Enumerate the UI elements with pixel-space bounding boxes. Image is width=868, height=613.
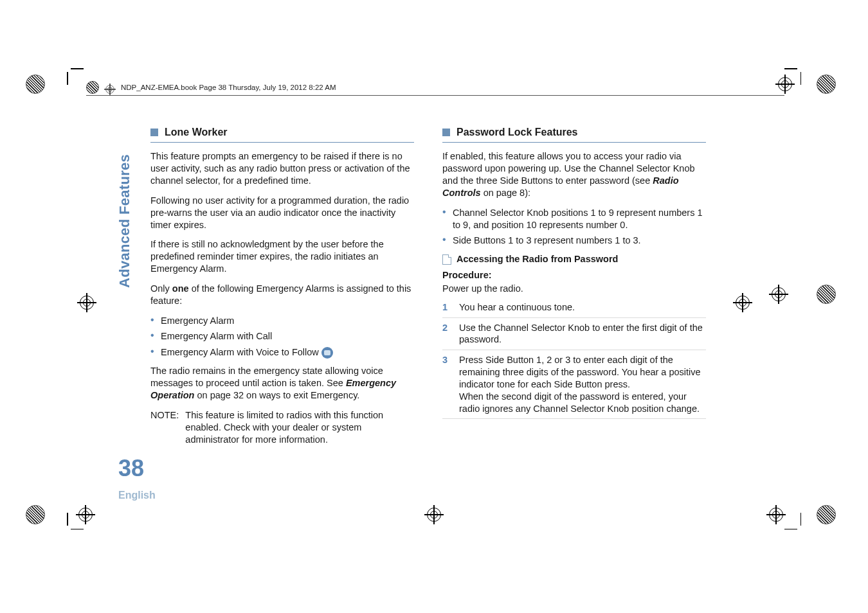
hatch-circle-icon xyxy=(26,75,45,94)
step-item: 1You hear a continuous tone. xyxy=(442,298,706,317)
step-item: 3Press Side Button 1, 2 or 3 to enter ea… xyxy=(442,350,706,418)
crosshair-icon xyxy=(769,285,788,304)
paragraph: The radio remains in the emergency state… xyxy=(150,365,414,402)
list-item: Emergency Alarm with Call xyxy=(150,330,414,342)
text: on page 8): xyxy=(481,188,530,198)
page-header: NDP_ANZ-EMEA.book Page 38 Thursday, July… xyxy=(86,81,784,96)
step-text: You hear a continuous tone. xyxy=(459,301,575,314)
crosshair-icon xyxy=(766,505,786,524)
list-item: Emergency Alarm xyxy=(150,315,414,327)
list-text: Channel Selector Knob positions 1 to 9 r… xyxy=(453,208,703,230)
crop-mark xyxy=(784,513,801,529)
content-columns: Lone Worker This feature prompts an emer… xyxy=(150,126,706,446)
crop-mark xyxy=(784,68,801,85)
registration-mark-br xyxy=(766,505,836,524)
hatch-circle-icon xyxy=(817,75,836,94)
radio-icon xyxy=(321,347,333,359)
list-item: Channel Selector Knob positions 1 to 9 r… xyxy=(442,207,706,231)
column-right: Password Lock Features If enabled, this … xyxy=(442,126,706,446)
subsection-title: Accessing the Radio from Password xyxy=(457,253,618,265)
crosshair-icon xyxy=(77,293,96,312)
crosshair-icon xyxy=(104,84,112,91)
page-number: 38 xyxy=(118,457,156,480)
section-bullet-icon xyxy=(150,129,158,136)
text: on page 32 on ways to exit Emergency. xyxy=(194,390,359,400)
steps-divider xyxy=(442,418,706,419)
subsection-heading: Accessing the Radio from Password xyxy=(442,253,706,265)
step-item: 2Use the Channel Selector Knob to enter … xyxy=(442,317,706,350)
registration-mark-bl xyxy=(26,505,95,524)
text: Only xyxy=(150,283,172,294)
step-number: 2 xyxy=(442,322,451,346)
step-text: Press Side Button 1, 2 or 3 to enter eac… xyxy=(459,354,706,414)
section-rule xyxy=(150,142,414,143)
paragraph: Following no user activity for a program… xyxy=(150,195,414,231)
bullet-list: Emergency Alarm Emergency Alarm with Cal… xyxy=(150,315,414,359)
list-text: Emergency Alarm with Call xyxy=(161,331,272,341)
section-rule xyxy=(442,142,706,143)
crosshair-icon xyxy=(424,505,444,524)
step-number: 1 xyxy=(442,301,451,314)
page-footer: 38 English xyxy=(118,457,156,502)
column-left: Lone Worker This feature prompts an emer… xyxy=(150,126,414,446)
step-text: Use the Channel Selector Knob to enter t… xyxy=(459,322,706,346)
paragraph: If enabled, this feature allows you to a… xyxy=(442,150,706,199)
crosshair-icon xyxy=(733,293,752,312)
section-heading-lone-worker: Lone Worker xyxy=(150,126,414,139)
hatch-circle-icon xyxy=(817,285,836,304)
document-icon xyxy=(442,254,451,265)
registration-mark-tl xyxy=(26,75,66,94)
paragraph: Only one of the following Emergency Alar… xyxy=(150,283,414,307)
registration-mark-mr2 xyxy=(769,285,836,304)
section-title: Lone Worker xyxy=(165,126,228,139)
language-label: English xyxy=(118,489,156,502)
list-text: Emergency Alarm xyxy=(161,315,234,326)
crop-mark xyxy=(67,68,84,85)
list-text: Emergency Alarm with Voice to Follow xyxy=(161,347,319,357)
text-bold: one xyxy=(172,283,189,294)
header-text: NDP_ANZ-EMEA.book Page 38 Thursday, July… xyxy=(121,83,336,93)
hatch-circle-icon xyxy=(86,81,99,94)
paragraph: If there is still no acknowledgment by t… xyxy=(150,238,414,275)
section-name: Advanced Features xyxy=(116,154,134,288)
section-bullet-icon xyxy=(442,129,450,136)
procedure-intro: Power up the radio. xyxy=(442,283,706,295)
note: NOTE: This feature is limited to radios … xyxy=(150,409,414,446)
text-bold: Procedure: xyxy=(442,270,492,280)
procedure-label: Procedure: xyxy=(442,269,706,281)
list-item: Emergency Alarm with Voice to Follow xyxy=(150,346,414,359)
hatch-circle-icon xyxy=(26,505,45,524)
registration-mark-bc xyxy=(424,505,444,524)
registration-mark-mr xyxy=(733,293,752,312)
list-item: Side Buttons 1 to 3 represent numbers 1 … xyxy=(442,235,706,247)
text: of the following Emergency Alarms is ass… xyxy=(150,283,411,306)
hatch-circle-icon xyxy=(817,505,836,524)
paragraph: This feature prompts an emergency to be … xyxy=(150,150,414,187)
note-label: NOTE: xyxy=(150,409,179,446)
procedure-steps: 1You hear a continuous tone. 2Use the Ch… xyxy=(442,298,706,419)
section-heading-password-lock: Password Lock Features xyxy=(442,126,706,139)
registration-mark-ml xyxy=(77,293,96,312)
step-number: 3 xyxy=(442,354,451,414)
side-tab: Advanced Features xyxy=(116,154,134,288)
list-text: Side Buttons 1 to 3 represent numbers 1 … xyxy=(453,235,641,245)
section-title: Password Lock Features xyxy=(457,126,578,139)
crop-mark xyxy=(67,513,84,529)
note-text: This feature is limited to radios with t… xyxy=(185,409,414,446)
bullet-list: Channel Selector Knob positions 1 to 9 r… xyxy=(442,207,706,247)
